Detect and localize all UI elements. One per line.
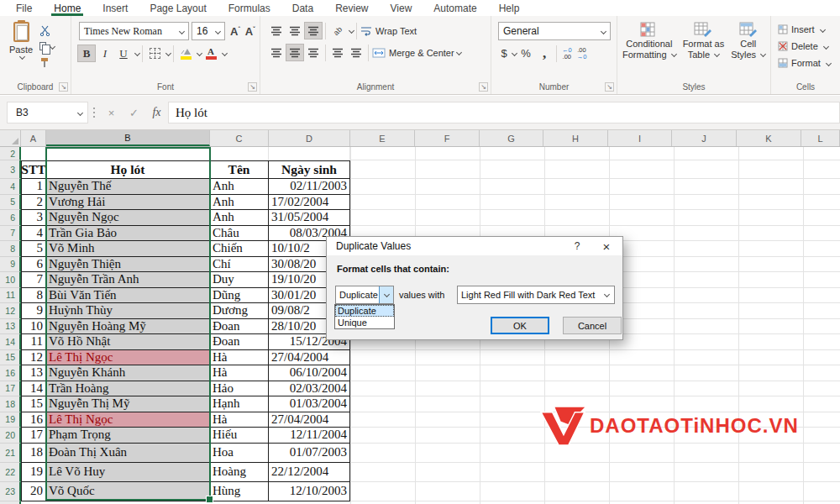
duplicate-unique-combo[interactable]: Duplicate [335,286,394,304]
column-header-D[interactable]: D [269,130,350,146]
column-header-I[interactable]: I [608,130,672,146]
decrease-decimal-button[interactable]: .00→0 [577,47,587,60]
cell-ho-lot[interactable]: Nguyễn Trần Anh [46,272,210,288]
help-icon[interactable]: ? [564,240,591,252]
column-header-F[interactable]: F [415,130,480,146]
delete-cells-button[interactable]: Delete [778,39,840,54]
cell-stt[interactable]: 3 [21,210,46,226]
option-unique[interactable]: Unique [335,317,394,328]
header-cell-ho-lot[interactable]: Họ lót [46,160,210,179]
cell-stt[interactable]: 19 [21,463,46,482]
cell-ten[interactable]: Châu [210,226,269,242]
cell-ho-lot[interactable]: Lê Võ Huy [46,463,210,482]
accounting-format-button[interactable]: $ [498,45,510,62]
cell-stt[interactable]: 2 [21,195,46,211]
top-align-button[interactable] [267,22,286,39]
cut-button[interactable] [39,24,55,37]
increase-decimal-button[interactable]: ←0.00 [562,47,572,60]
row-header-8[interactable]: 8 [0,241,21,257]
empty-cell[interactable] [269,147,350,160]
empty-cells[interactable] [21,501,840,504]
row-header-16[interactable]: 16 [0,365,21,381]
align-right-button[interactable] [304,44,323,61]
cell-ho-lot[interactable]: Nguyễn Hoàng Mỹ [46,319,210,335]
formula-bar-handle[interactable] [88,112,100,113]
cell-ngay-sinh[interactable]: 17/02/2004 [269,195,350,211]
cell-ho-lot[interactable]: Võ Minh [46,241,210,257]
cell-stt[interactable]: 9 [21,303,46,319]
wrap-text-button[interactable] [360,22,373,39]
cell-ho-lot[interactable]: Nguyễn Thị Mỹ [46,396,210,412]
cell-ho-lot[interactable]: Nguyễn Ngọc [46,210,210,226]
cell-ho-lot[interactable]: Lê Thị Ngọc [46,350,210,366]
empty-cells[interactable] [350,463,840,482]
empty-cell[interactable] [210,147,269,160]
copy-button[interactable] [39,39,55,53]
insert-function-button[interactable]: fx [145,102,168,123]
header-cell-ten[interactable]: Tên [210,160,269,179]
empty-cell[interactable] [21,147,46,160]
orientation-button[interactable]: ab [328,22,347,39]
cell-ten[interactable]: Duy [210,272,269,288]
cell-ten[interactable]: Dương [210,303,269,319]
cell-ho-lot[interactable]: Nguyễn Thế [46,179,210,195]
cell-stt[interactable]: 18 [21,444,46,463]
cell-stt[interactable]: 12 [21,350,46,366]
column-header-E[interactable]: E [350,130,415,146]
cell-ten[interactable]: Hảo [210,381,269,397]
cell-ngay-sinh[interactable]: 06/10/2004 [269,365,350,381]
cell-stt[interactable]: 14 [21,381,46,397]
cell-ten[interactable]: Hiếu [210,428,269,444]
column-header-H[interactable]: H [543,130,608,146]
row-header-14[interactable]: 14 [0,334,21,350]
paste-button[interactable]: Paste [6,22,36,69]
font-name-combo[interactable]: Times New Roman [79,22,189,40]
clipboard-dialog-launcher[interactable]: ↘ [59,82,68,92]
cell-stt[interactable]: 11 [21,334,46,350]
enter-entry-button[interactable]: ✓ [123,102,145,123]
column-header-L[interactable]: L [801,130,840,146]
middle-align-button[interactable] [286,22,304,39]
empty-cells[interactable] [350,482,840,501]
cell-stt[interactable]: 10 [21,319,46,335]
row-header-10[interactable]: 10 [0,272,21,288]
row-header-22[interactable]: 22 [0,463,21,482]
cell-ngay-sinh[interactable]: 12/10/2003 [269,482,350,501]
row-header-21[interactable]: 21 [0,444,21,463]
tab-insert[interactable]: Insert [92,0,139,16]
row-header-19[interactable]: 19 [0,412,21,428]
empty-cells[interactable] [350,179,840,195]
cell-ten[interactable]: Anh [210,179,269,195]
row-header-7[interactable]: 7 [0,226,21,242]
format-painter-button[interactable] [39,55,55,69]
cell-stt[interactable]: 4 [21,226,46,242]
cell-ten[interactable]: Hà [210,365,269,381]
cell-ngay-sinh[interactable]: 12/11/2004 [269,428,350,444]
cell-ho-lot[interactable]: Bùi Văn Tiến [46,288,210,304]
empty-cells[interactable] [350,147,840,160]
empty-cells[interactable] [350,195,840,211]
select-all-button[interactable] [0,130,21,146]
cell-ho-lot[interactable]: Trần Gia Bảo [46,226,210,242]
empty-cells[interactable] [350,210,840,226]
cell-stt[interactable]: 6 [21,257,46,273]
header-cell-ngay-sinh[interactable]: Ngày sinh [269,160,350,179]
merge-center-button[interactable] [371,44,386,61]
alignment-dialog-launcher[interactable]: ↘ [479,82,488,92]
cell-ten[interactable]: Chiến [210,241,269,257]
name-box[interactable]: B3 [7,102,88,123]
cell-ngay-sinh[interactable]: 02/11/2003 [269,179,350,195]
cell-ngay-sinh[interactable]: 27/04/2004 [269,350,350,366]
row-header-17[interactable]: 17 [0,381,21,397]
row-header-12[interactable]: 12 [0,303,21,319]
row-header-4[interactable]: 4 [0,179,21,195]
tab-automate[interactable]: Automate [423,0,487,16]
cell-ten[interactable]: Đoan [210,319,269,335]
align-left-button[interactable] [267,44,286,61]
chevron-down-icon[interactable] [379,286,393,303]
tab-review[interactable]: Review [324,0,379,16]
conditional-formatting-button[interactable]: Conditional Formatting [622,22,676,60]
italic-button[interactable]: I [96,45,114,62]
cell-stt[interactable]: 20 [21,482,46,501]
cell-ngay-sinh[interactable]: 02/03/2004 [269,381,350,397]
